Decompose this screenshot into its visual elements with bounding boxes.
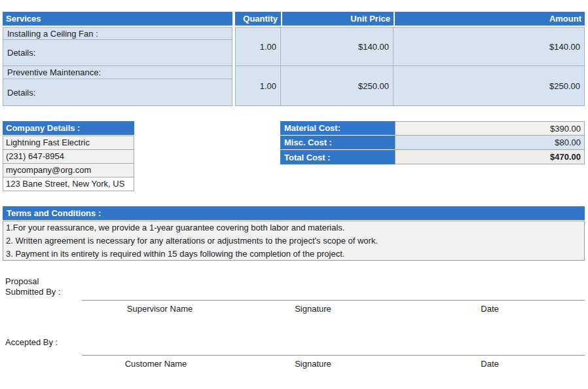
service-details-cell[interactable]: Details: [3, 79, 232, 106]
cost-summary-table: Material Cost: $390.00 Misc. Cost : $80.… [280, 121, 585, 164]
terms-item: 1.For your reassurance, we provide a 1-y… [6, 221, 581, 234]
proposal-submitted-by-label: Proposal Submitted By : [5, 276, 61, 297]
services-column-header: Services [3, 12, 232, 26]
unit-price-cell[interactable]: $140.00 [281, 27, 394, 66]
company-address-cell[interactable]: 123 Bane Street, New York, US [3, 177, 134, 191]
service-details-cell[interactable]: Details: [3, 40, 232, 66]
customer-name-label: Customer Name [125, 359, 187, 369]
company-name-cell[interactable]: Lightning Fast Electric [3, 136, 134, 150]
misc-cost-label: Misc. Cost : [280, 136, 395, 150]
material-cost-label: Material Cost: [280, 121, 395, 136]
service-name-cell[interactable]: Installing a Ceiling Fan : [3, 27, 232, 40]
amount-column-header: Amount [394, 12, 585, 26]
proposal-document: Services Quantity Unit Price Amount Inst… [0, 0, 588, 389]
proposal-submitted-by-line1: Proposal [5, 276, 61, 287]
amount-cell[interactable]: $250.00 [394, 66, 585, 106]
company-phone-cell[interactable]: (231) 647-8954 [3, 149, 134, 164]
company-email-cell[interactable]: mycompany@org.com [3, 163, 134, 177]
signature-label: Signature [295, 304, 331, 314]
material-cost-value[interactable]: $390.00 [395, 121, 585, 136]
company-details-header: Company Details : [3, 121, 134, 135]
terms-and-conditions-header: Terms and Conditions : [3, 206, 585, 220]
terms-and-conditions-body: 1.For your reassurance, we provide a 1-y… [3, 221, 585, 261]
service-name-cell[interactable]: Preventive Maintenance: [3, 66, 232, 79]
total-cost-value[interactable]: $470.00 [395, 150, 585, 164]
unit-price-cell[interactable]: $250.00 [281, 66, 394, 106]
services-table: Services Quantity Unit Price Amount Inst… [3, 12, 585, 106]
signature-label: Signature [295, 359, 331, 369]
amount-cell[interactable]: $140.00 [394, 27, 585, 66]
misc-cost-value[interactable]: $80.00 [395, 136, 585, 150]
accepted-by-label: Accepted By : [5, 337, 58, 348]
customer-signature-line[interactable] [82, 355, 585, 356]
date-label: Date [481, 359, 498, 369]
proposal-submitted-by-line2: Submitted By : [5, 287, 61, 297]
quantity-cell[interactable]: 1.00 [235, 27, 281, 66]
quantity-column-header: Quantity [235, 12, 281, 26]
supervisor-name-label: Supervisor Name [127, 304, 193, 314]
terms-item: 2. Written agreement is necessary for an… [6, 234, 581, 248]
terms-item: 3. Payment in its entirety is required w… [6, 248, 581, 261]
quantity-cell[interactable]: 1.00 [235, 66, 281, 106]
company-details-table: Company Details : Lightning Fast Electri… [3, 121, 134, 191]
date-label: Date [481, 304, 498, 314]
supervisor-signature-line[interactable] [82, 300, 585, 301]
total-cost-label: Total Cost : [280, 150, 395, 164]
unit-price-column-header: Unit Price [281, 12, 394, 26]
